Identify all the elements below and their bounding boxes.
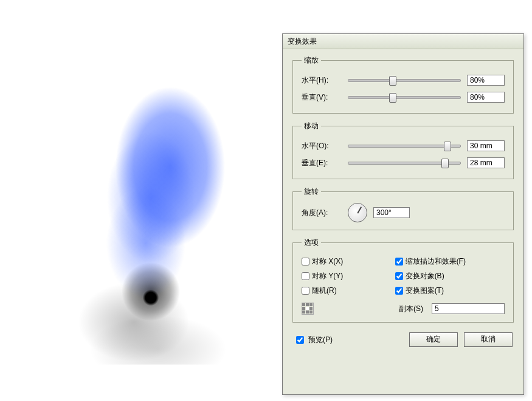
scale-legend: 缩放 bbox=[302, 55, 321, 66]
ok-button[interactable]: 确定 bbox=[409, 332, 458, 347]
random-checkbox[interactable] bbox=[302, 287, 309, 295]
scale-horizontal-slider[interactable] bbox=[348, 75, 461, 86]
copies-input[interactable] bbox=[432, 303, 505, 314]
move-legend: 移动 bbox=[302, 121, 321, 131]
reflect-y-checkbox[interactable] bbox=[302, 272, 309, 280]
move-vertical-slider[interactable] bbox=[348, 157, 461, 168]
random-option[interactable]: 随机(R) bbox=[302, 283, 395, 298]
spiral-transform-preview bbox=[24, 61, 268, 365]
move-horizontal-slider[interactable] bbox=[348, 140, 461, 151]
dialog-title: 变换效果 bbox=[283, 34, 523, 49]
reflect-x-option[interactable]: 对称 X(X) bbox=[302, 254, 395, 269]
registration-point-icon[interactable] bbox=[302, 303, 314, 315]
transform-objects-option[interactable]: 变换对象(B) bbox=[395, 269, 505, 283]
scale-vertical-label: 垂直(V): bbox=[302, 92, 342, 103]
reflect-x-label: 对称 X(X) bbox=[312, 256, 343, 267]
move-vertical-input[interactable] bbox=[467, 157, 505, 168]
scale-group: 缩放 水平(H): 垂直(V): bbox=[292, 55, 514, 114]
scale-strokes-label: 缩放描边和效果(F) bbox=[406, 256, 466, 267]
transform-patterns-checkbox[interactable] bbox=[395, 287, 403, 295]
scale-horizontal-label: 水平(H): bbox=[302, 75, 342, 86]
random-label: 随机(R) bbox=[312, 286, 337, 296]
scale-strokes-option[interactable]: 缩放描边和效果(F) bbox=[395, 254, 505, 269]
scale-horizontal-input[interactable] bbox=[467, 75, 505, 86]
rotate-angle-input[interactable] bbox=[373, 207, 410, 218]
preview-checkbox[interactable] bbox=[296, 336, 304, 344]
options-legend: 选项 bbox=[302, 238, 321, 248]
move-vertical-label: 垂直(E): bbox=[302, 158, 342, 168]
move-group: 移动 水平(O): 垂直(E): bbox=[292, 121, 514, 179]
transform-objects-label: 变换对象(B) bbox=[406, 271, 444, 281]
reflect-x-checkbox[interactable] bbox=[302, 258, 309, 266]
transform-patterns-option[interactable]: 变换图案(T) bbox=[395, 283, 505, 298]
canvas-artwork bbox=[0, 0, 283, 401]
transform-objects-checkbox[interactable] bbox=[395, 272, 403, 280]
move-horizontal-label: 水平(O): bbox=[302, 141, 342, 151]
reflect-y-label: 对称 Y(Y) bbox=[312, 271, 343, 281]
options-group: 选项 对称 X(X) 缩放描边和效果(F) 对称 Y(Y) 变换对象(B) bbox=[292, 238, 514, 323]
scale-vertical-slider[interactable] bbox=[348, 92, 461, 103]
preview-label: 预览(P) bbox=[308, 335, 333, 345]
move-horizontal-input[interactable] bbox=[467, 140, 505, 151]
transform-effect-dialog: 变换效果 缩放 水平(H): 垂直(V): 移动 水平(O): bbox=[282, 33, 524, 395]
angle-dial[interactable] bbox=[348, 203, 367, 222]
reflect-y-option[interactable]: 对称 Y(Y) bbox=[302, 269, 395, 283]
rotate-angle-label: 角度(A): bbox=[302, 208, 342, 218]
copies-label: 副本(S) bbox=[399, 304, 423, 314]
rotate-group: 旋转 角度(A): bbox=[292, 187, 514, 230]
scale-strokes-checkbox[interactable] bbox=[395, 258, 403, 266]
cancel-button[interactable]: 取消 bbox=[464, 332, 513, 347]
scale-vertical-input[interactable] bbox=[467, 92, 505, 103]
transform-patterns-label: 变换图案(T) bbox=[406, 286, 444, 296]
rotate-legend: 旋转 bbox=[302, 187, 321, 197]
preview-option[interactable]: 预览(P) bbox=[294, 334, 333, 346]
